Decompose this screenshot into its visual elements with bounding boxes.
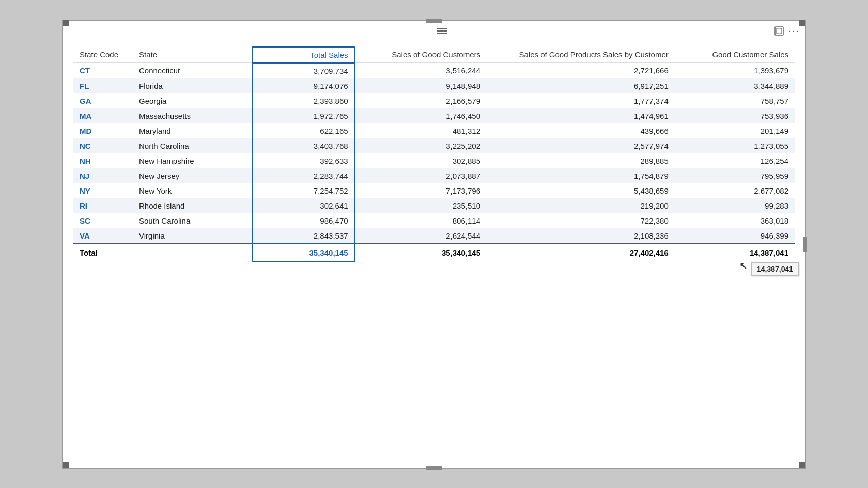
cell-total-sales: 3,403,768 (253, 138, 354, 153)
top-bar-right: ··· (774, 25, 800, 37)
cell-total-sales: 2,393,860 (253, 93, 354, 108)
cell-sales-good-products: 6,917,251 (487, 78, 675, 93)
cell-sales-good-products: 722,380 (487, 213, 675, 228)
cell-state: Rhode Island (133, 198, 253, 213)
table-body: CTConnecticut3,709,7343,516,2442,721,666… (73, 63, 795, 244)
cell-sales-good-products: 289,885 (487, 153, 675, 168)
cell-good-customer-sales: 753,936 (675, 108, 795, 123)
cell-total-sales: 302,641 (253, 198, 354, 213)
col-header-total-sales[interactable]: Total Sales (253, 47, 354, 63)
cell-good-customer-sales: 99,283 (675, 198, 795, 213)
cell-sales-good-customers: 2,624,544 (355, 228, 487, 244)
cell-state-code: NC (73, 138, 133, 153)
cell-state-code: CT (73, 63, 133, 78)
cell-sales-good-customers: 302,885 (355, 153, 487, 168)
cell-total-sales: 2,843,537 (253, 228, 354, 244)
cell-state: Florida (133, 78, 253, 93)
table-container: State Code State Total Sales Sales of Go… (63, 41, 805, 468)
expand-icon[interactable] (774, 26, 784, 36)
cell-sales-good-customers: 481,312 (355, 123, 487, 138)
table-row: FLFlorida9,174,0769,148,9486,917,2513,34… (73, 78, 795, 93)
table-row: NJNew Jersey2,283,7442,073,8871,754,8797… (73, 168, 795, 183)
table-row: NHNew Hampshire392,633302,885289,885126,… (73, 153, 795, 168)
more-options-icon[interactable]: ··· (788, 25, 800, 37)
cell-sales-good-products: 2,577,974 (487, 138, 675, 153)
cell-sales-good-customers: 3,516,244 (355, 63, 487, 78)
total-total-sales: 35,340,145 (253, 244, 354, 262)
cell-total-sales: 2,283,744 (253, 168, 354, 183)
cell-sales-good-products: 1,754,879 (487, 168, 675, 183)
tooltip-wrapper: 14,387,041 ↖ 14,387,041 (750, 248, 788, 257)
svg-rect-1 (777, 28, 782, 34)
cell-sales-good-products: 5,438,659 (487, 183, 675, 198)
cell-sales-good-customers: 2,073,887 (355, 168, 487, 183)
cell-sales-good-products: 1,474,961 (487, 108, 675, 123)
table-row: MAMassachusetts1,972,7651,746,4501,474,9… (73, 108, 795, 123)
main-frame: ··· State Code State Total Sales Sales o… (62, 20, 806, 469)
cell-sales-good-products: 2,721,666 (487, 63, 675, 78)
cell-state: Georgia (133, 93, 253, 108)
cell-good-customer-sales: 1,273,055 (675, 138, 795, 153)
cell-total-sales: 9,174,076 (253, 78, 354, 93)
top-bar: ··· (63, 21, 805, 41)
cell-good-customer-sales: 795,959 (675, 168, 795, 183)
cell-sales-good-products: 439,666 (487, 123, 675, 138)
cell-state-code: GA (73, 93, 133, 108)
cell-state: New Hampshire (133, 153, 253, 168)
table-row: CTConnecticut3,709,7343,516,2442,721,666… (73, 63, 795, 78)
table-row: GAGeorgia2,393,8602,166,5791,777,374758,… (73, 93, 795, 108)
cell-total-sales: 7,254,752 (253, 183, 354, 198)
cell-total-sales: 3,709,734 (253, 63, 354, 78)
col-header-sales-good-products[interactable]: Sales of Good Products Sales by Customer (487, 47, 675, 63)
col-header-state-code[interactable]: State Code (73, 47, 133, 63)
table-total-row: Total 35,340,145 35,340,145 27,402,416 1… (73, 244, 795, 262)
cell-state-code: MD (73, 123, 133, 138)
cell-state-code: FL (73, 78, 133, 93)
col-header-state[interactable]: State (133, 47, 253, 63)
table-row: RIRhode Island302,641235,510219,20099,28… (73, 198, 795, 213)
col-header-good-customer-sales[interactable]: Good Customer Sales (675, 47, 795, 63)
cell-state: South Carolina (133, 213, 253, 228)
cell-state: Maryland (133, 123, 253, 138)
cell-good-customer-sales: 363,018 (675, 213, 795, 228)
cell-state-code: RI (73, 198, 133, 213)
cell-sales-good-customers: 235,510 (355, 198, 487, 213)
cell-state: Connecticut (133, 63, 253, 78)
cell-state: Virginia (133, 228, 253, 244)
total-sales-good-customers: 35,340,145 (355, 244, 487, 262)
cell-sales-good-customers: 1,746,450 (355, 108, 487, 123)
cell-state: Massachusetts (133, 108, 253, 123)
cell-sales-good-products: 1,777,374 (487, 93, 675, 108)
cursor-icon: ↖ (739, 260, 747, 272)
total-good-customer-sales: 14,387,041 ↖ 14,387,041 (675, 244, 795, 262)
cell-state: North Carolina (133, 138, 253, 153)
cell-good-customer-sales: 758,757 (675, 93, 795, 108)
cell-state-code: VA (73, 228, 133, 244)
cell-state-code: NH (73, 153, 133, 168)
cell-sales-good-customers: 9,148,948 (355, 78, 487, 93)
table-row: VAVirginia2,843,5372,624,5442,108,236946… (73, 228, 795, 244)
cell-state-code: NY (73, 183, 133, 198)
tooltip-box: 14,387,041 (751, 262, 799, 276)
total-label: Total (73, 244, 253, 262)
cell-sales-good-products: 219,200 (487, 198, 675, 213)
table-row: NCNorth Carolina3,403,7683,225,2022,577,… (73, 138, 795, 153)
cell-total-sales: 1,972,765 (253, 108, 354, 123)
menu-icon[interactable] (437, 28, 447, 34)
total-sales-good-products: 27,402,416 (487, 244, 675, 262)
total-good-customer-sales-value: 14,387,041 (750, 248, 788, 257)
cell-state: New Jersey (133, 168, 253, 183)
cell-state: New York (133, 183, 253, 198)
cell-sales-good-products: 2,108,236 (487, 228, 675, 244)
cell-good-customer-sales: 201,149 (675, 123, 795, 138)
cell-good-customer-sales: 946,399 (675, 228, 795, 244)
cell-state-code: NJ (73, 168, 133, 183)
cell-sales-good-customers: 3,225,202 (355, 138, 487, 153)
cell-sales-good-customers: 7,173,796 (355, 183, 487, 198)
cell-state-code: MA (73, 108, 133, 123)
data-table: State Code State Total Sales Sales of Go… (73, 46, 795, 262)
table-row: SCSouth Carolina986,470806,114722,380363… (73, 213, 795, 228)
table-header-row: State Code State Total Sales Sales of Go… (73, 47, 795, 63)
cell-sales-good-customers: 806,114 (355, 213, 487, 228)
col-header-sales-good-customers[interactable]: Sales of Good Customers (355, 47, 487, 63)
